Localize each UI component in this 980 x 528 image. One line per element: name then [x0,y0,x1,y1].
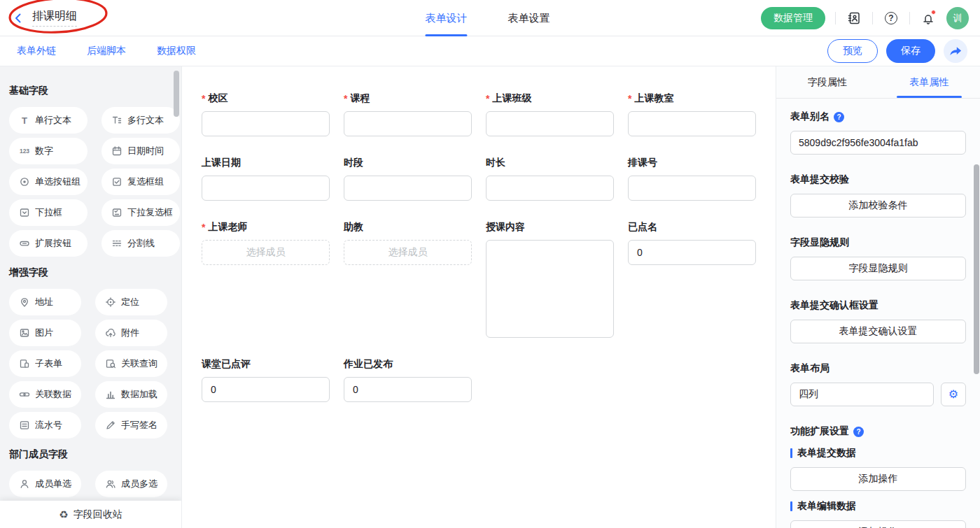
sidebar-item-checkbox-group[interactable]: 复选框组 [102,169,180,195]
field-recycle-bin[interactable]: ♻ 字段回收站 [0,501,181,528]
field-label: 时长 [486,156,614,170]
number-icon: 123 [19,145,30,157]
field-teaching-content-textarea[interactable] [486,240,614,338]
tab-form-design[interactable]: 表单设计 [425,0,467,36]
person-icon [19,478,30,490]
divider [872,12,873,24]
doc-search-icon [105,358,116,369]
sidebar-item-datetime[interactable]: 日期时间 [102,138,180,164]
field-label: *上课班级 [486,92,614,106]
canvas-field-class: *上课班级 [486,92,614,136]
sidebar-item-linked-data[interactable]: 关联数据 [9,381,81,408]
help-icon[interactable]: ? [834,112,844,122]
canvas-field-roll-called: 已点名0 [628,220,756,265]
avatar[interactable]: 训 [946,7,969,29]
checkbox-icon [111,176,122,187]
field-time-slot-input[interactable] [344,176,472,201]
sidebar-item-serial-number[interactable]: 流水号 [9,412,81,438]
sidebar-item-radio-group[interactable]: 单选按钮组 [9,169,88,195]
sidebar-item-single-line-text[interactable]: T单行文本 [9,107,88,134]
sidebar-scrollbar[interactable] [174,71,179,117]
sidebar-item-image[interactable]: 图片 [9,320,81,346]
form-layout-settings-gear-icon[interactable]: ⚙ [941,383,966,406]
panel-section-field-visibility-rules: 字段显隐规则字段显隐规则 [790,236,966,280]
field-teacher-member-picker[interactable]: 选择成员 [202,240,330,265]
sidebar-item-data-load[interactable]: 数据加载 [95,381,167,408]
sidebar-section-title: 基础字段 [9,85,167,97]
page-title[interactable]: 排课明细 [32,9,77,27]
form-submit-data-add-action-button[interactable]: 添加操作 [790,467,966,491]
multi-line-text-icon [111,115,122,126]
single-line-text-icon: T [19,115,30,126]
field-duration-input[interactable] [486,176,614,201]
field-roll-called-input[interactable]: 0 [628,240,756,265]
panel-section-label: 字段显隐规则 [790,236,966,249]
field-label: 上课日期 [202,156,330,170]
field-assistant-member-picker[interactable]: 选择成员 [344,240,472,265]
sidebar-item-linked-query[interactable]: 关联查询 [95,350,167,377]
sidebar-item-attachment[interactable]: 附件 [95,320,167,346]
toolbar-link-form-external-link[interactable]: 表单外链 [13,45,56,57]
field-course-select[interactable] [344,111,472,136]
sidebar-item-number[interactable]: 123数字 [9,138,88,164]
contacts-book-icon[interactable] [846,10,862,27]
toolbar-link-data-permission[interactable]: 数据权限 [153,45,196,57]
notification-bell-icon[interactable] [920,10,937,27]
required-asterisk: * [486,93,489,104]
sidebar-item-divider[interactable]: 分割线 [102,230,180,257]
form-alias-input[interactable] [790,131,966,155]
sidebar-item-extend-button[interactable]: 扩展按钮 [9,230,88,257]
back-button[interactable] [11,11,25,25]
sidebar-item-location[interactable]: 定位 [95,289,167,315]
form-edit-data-add-action-button[interactable]: 添加操作 [790,520,966,528]
field-campus-select[interactable] [202,111,330,136]
panel-section-label: 表单提交校验 [790,173,966,186]
form-layout-select[interactable]: 四列 [790,383,934,406]
tab-field-properties[interactable]: 字段属性 [776,66,878,98]
sidebar-item-multi-select[interactable]: 下拉复选框 [102,199,180,226]
save-button[interactable]: 保存 [886,39,935,63]
field-schedule-no-input[interactable] [628,176,756,201]
dropdown-icon [19,207,30,218]
bar-chart-icon [105,389,116,400]
toolbar-link-backend-script[interactable]: 后端脚本 [83,45,126,57]
share-button[interactable] [944,39,967,63]
sidebar-section-title: 增强字段 [9,266,167,279]
tab-form-settings[interactable]: 表单设置 [507,0,550,36]
window-scrollbar[interactable] [974,164,979,374]
field-class-date-date-input[interactable]: 7 [202,176,330,201]
properties-panel: 字段属性 表单属性 表单别名?表单提交校验添加校验条件字段显隐规则字段显隐规则表… [776,66,980,528]
field-visibility-rules-button[interactable]: 字段显隐规则 [790,257,966,280]
sidebar-item-member-multi[interactable]: 成员多选 [95,471,167,497]
target-icon [105,297,116,308]
help-icon[interactable]: ? [883,10,899,27]
sidebar-item-subform[interactable]: 子表单 [9,350,81,377]
field-homework-published-input[interactable]: 0 [344,377,472,402]
field-label: 作业已发布 [344,357,472,371]
help-icon[interactable]: ? [853,427,864,437]
sidebar-item-member-single[interactable]: 成员单选 [9,471,81,497]
sidebar-item-address[interactable]: 地址 [9,289,81,315]
data-manage-button[interactable]: 数据管理 [761,7,825,29]
cloud-up-icon [105,327,116,338]
panel-section-label: 表单提交确认框设置 [790,299,966,312]
tab-form-properties[interactable]: 表单属性 [878,66,980,98]
panel-section-form-submit-validation: 表单提交校验添加校验条件 [790,173,966,217]
field-classroom-select[interactable] [628,111,756,136]
form-submit-validation-button[interactable]: 添加校验条件 [790,194,966,217]
field-class-reviewed-input[interactable]: 0 [202,377,330,402]
canvas-field-classroom: *上课教室 [628,92,756,136]
sidebar-item-multi-line-text[interactable]: 多行文本 [102,107,180,134]
field-label: *上课教室 [628,92,756,106]
field-class-select[interactable] [486,111,614,136]
persons-icon [105,478,116,490]
sidebar-item-signature[interactable]: 手写签名 [95,412,167,438]
form-submit-confirm-button[interactable]: 表单提交确认设置 [790,320,966,343]
doc-lines-icon [19,420,30,431]
sidebar-section-title: 部门成员字段 [9,448,167,461]
sidebar-section: 基础字段T单行文本多行文本123数字日期时间单选按钮组复选框组下拉框下拉复选框扩… [9,85,167,257]
sidebar-section: 增强字段地址定位图片附件子表单关联查询关联数据数据加载流水号手写签名 [9,266,167,438]
divider-icon [111,238,122,249]
preview-button[interactable]: 预览 [827,39,878,63]
sidebar-item-select[interactable]: 下拉框 [9,199,88,226]
